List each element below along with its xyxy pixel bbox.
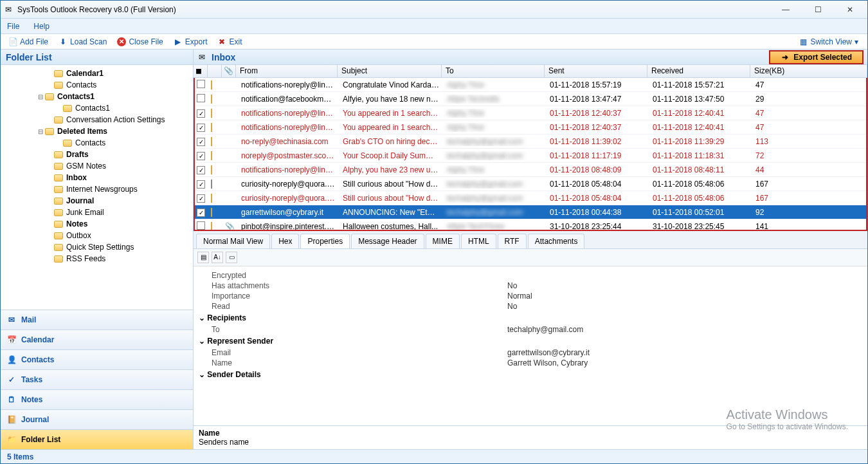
tab-rtf[interactable]: RTF <box>498 234 527 248</box>
row-checkbox[interactable]: ✓ <box>197 138 205 146</box>
col-to[interactable]: To <box>442 65 545 77</box>
tab-properties[interactable]: Properties <box>300 234 350 248</box>
nav-calendar[interactable]: 📅Calendar <box>1 329 193 349</box>
nav-notes[interactable]: 🗒Notes <box>1 389 193 409</box>
export-icon: ▶ <box>174 37 183 46</box>
nav-tasks[interactable]: ✓Tasks <box>1 369 193 389</box>
tree-item[interactable]: GSM Notes <box>1 160 193 172</box>
minimize-button[interactable]: — <box>775 3 797 16</box>
exit-icon: ✖ <box>217 37 226 46</box>
row-checkbox[interactable]: ✓ <box>197 209 205 217</box>
col-received[interactable]: Received <box>647 65 750 77</box>
row-checkbox[interactable]: ✓ <box>197 152 205 160</box>
row-checkbox[interactable]: ✓ <box>197 124 205 132</box>
tab-attachments[interactable]: Attachments <box>528 234 585 248</box>
cell-received: 01-11-2018 15:57:21 <box>649 80 752 89</box>
prop-group[interactable]: ⌄ Recipients <box>199 311 862 324</box>
tree-label: Conversation Action Settings <box>66 115 165 124</box>
props-toolbar: ▤ A↓ ▭ <box>194 249 867 266</box>
tree-expander-icon[interactable]: ⊟ <box>37 93 44 100</box>
tree-item[interactable]: Contacts1 <box>1 102 193 114</box>
table-row[interactable]: ✓notifications-noreply@linke...You appea… <box>195 120 866 135</box>
table-row[interactable]: 📎pinbot@inspire.pinterest.comHalloween c… <box>195 219 866 231</box>
props-pages-icon[interactable]: ▭ <box>226 252 237 263</box>
tab-html[interactable]: HTML <box>461 234 496 248</box>
prop-row: Totechalphy@gmail.com <box>199 324 862 335</box>
row-checkbox[interactable]: ✓ <box>197 109 205 118</box>
table-row[interactable]: ✓curiosity-noreply@quora.comStill curiou… <box>195 177 866 191</box>
table-row[interactable]: ✓garrettwilson@cybrary.itANNOUNCING: New… <box>195 205 866 219</box>
tree-item[interactable]: Contacts <box>1 137 193 149</box>
nav-contacts[interactable]: 👤Contacts <box>1 349 193 369</box>
add-file-button[interactable]: 📄Add File <box>5 37 52 46</box>
tree-item[interactable]: Notes <box>1 218 193 230</box>
tab-hex[interactable]: Hex <box>271 234 299 248</box>
prop-row: Encrypted <box>199 270 862 281</box>
tree-item[interactable]: Junk Email <box>1 207 193 218</box>
export-selected-button[interactable]: ➜ Export Selected <box>769 50 863 64</box>
nav-mail[interactable]: ✉Mail <box>1 310 193 329</box>
tree-item[interactable]: Journal <box>1 195 193 207</box>
tree-item[interactable]: Calendar1 <box>1 68 193 79</box>
row-checkbox[interactable] <box>197 221 205 230</box>
menu-file[interactable]: File <box>7 22 19 31</box>
col-size[interactable]: Size(KB) <box>750 65 867 77</box>
contacts-icon <box>53 80 64 89</box>
maximize-button[interactable]: ☐ <box>807 3 829 16</box>
tree-item[interactable]: ⊟Deleted Items <box>1 125 193 137</box>
col-sent[interactable]: Sent <box>545 65 647 77</box>
table-row[interactable]: notifications-noreply@linke...Congratula… <box>195 78 866 92</box>
row-checkbox[interactable] <box>197 94 205 102</box>
prop-group[interactable]: ⌄ Sender Details <box>199 368 862 381</box>
table-row[interactable]: ✓noreply@postmaster.scoop.itYour Scoop.i… <box>195 149 866 163</box>
nav-journal[interactable]: 📔Journal <box>1 409 193 429</box>
cell-size: 167 <box>752 180 866 189</box>
tree-item[interactable]: Conversation Action Settings <box>1 114 193 125</box>
tree-item[interactable]: Inbox <box>1 172 193 183</box>
table-row[interactable]: ✓curiosity-noreply@quora.comStill curiou… <box>195 191 866 205</box>
row-checkbox[interactable] <box>197 80 205 88</box>
nav-folder-list[interactable]: 📁Folder List <box>1 429 193 449</box>
col-from[interactable]: From <box>236 65 338 77</box>
cell-subject: Halloween costumes, Hall... <box>339 222 443 231</box>
close-file-button[interactable]: ✕Close File <box>113 37 167 46</box>
tab-mime[interactable]: MIME <box>426 234 460 248</box>
export-button[interactable]: ▶Export <box>170 37 212 46</box>
props-categorize-icon[interactable]: ▤ <box>197 252 209 263</box>
close-button[interactable]: ✕ <box>839 3 861 16</box>
tree-item[interactable]: Outbox <box>1 230 193 241</box>
properties-panel[interactable]: EncryptedHas attachmentsNoImportanceNorm… <box>194 266 867 426</box>
row-checkbox[interactable]: ✓ <box>197 166 205 174</box>
table-row[interactable]: ✓no-reply@techinasia.comGrab's CTO on hi… <box>195 135 866 149</box>
tree-item[interactable]: Contacts <box>1 79 193 91</box>
folder-tree[interactable]: Calendar1Contacts⊟Contacts1Contacts1Conv… <box>1 65 193 310</box>
tab-normal-mail-view[interactable]: Normal Mail View <box>196 234 270 248</box>
tree-item[interactable]: RSS Feeds <box>1 253 193 264</box>
fldr-icon <box>53 115 64 124</box>
chevron-down-icon: ⌄ <box>199 337 207 346</box>
cell-size: 47 <box>752 109 866 118</box>
tab-message-header[interactable]: Message Header <box>351 234 424 248</box>
load-scan-button[interactable]: ⬇Load Scan <box>55 37 111 46</box>
load-scan-icon: ⬇ <box>59 37 68 46</box>
grid-body[interactable]: notifications-noreply@linke...Congratula… <box>194 78 867 231</box>
table-row[interactable]: ✓notifications-noreply@linke...You appea… <box>195 106 866 120</box>
cell-to: techalphy@gmail.com <box>443 194 546 203</box>
switch-view-button[interactable]: ▦Switch View ▾ <box>794 37 863 46</box>
table-row[interactable]: ✓notifications-noreply@linke...Alphy, yo… <box>195 163 866 177</box>
col-check[interactable]: ◼ <box>194 65 208 77</box>
tree-item[interactable]: Internet Newsgroups <box>1 183 193 195</box>
table-row[interactable]: notification@facebookmail....Alfyie, you… <box>195 92 866 106</box>
tree-item[interactable]: ⊟Contacts1 <box>1 91 193 102</box>
col-subject[interactable]: Subject <box>338 65 442 77</box>
row-checkbox[interactable]: ✓ <box>197 194 205 203</box>
tree-item[interactable]: Drafts <box>1 149 193 160</box>
exit-button[interactable]: ✖Exit <box>213 37 246 46</box>
props-sort-icon[interactable]: A↓ <box>212 252 223 263</box>
row-checkbox[interactable]: ✓ <box>197 180 205 189</box>
prop-row: Has attachmentsNo <box>199 281 862 291</box>
tree-expander-icon[interactable]: ⊟ <box>37 128 44 135</box>
tree-item[interactable]: Quick Step Settings <box>1 241 193 253</box>
menu-help[interactable]: Help <box>33 22 50 31</box>
prop-group[interactable]: ⌄ Represent Sender <box>199 335 862 348</box>
